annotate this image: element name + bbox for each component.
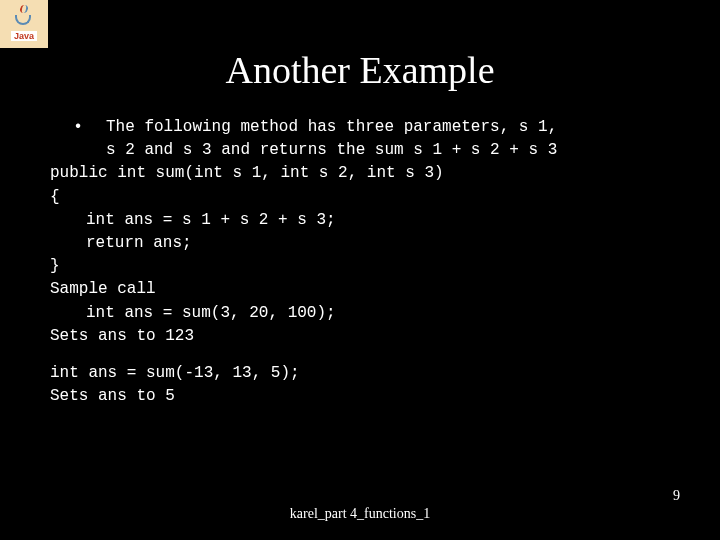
java-logo: Java: [0, 0, 48, 48]
code-body-1: int ans = s 1 + s 2 + s 3;: [50, 209, 670, 232]
java-logo-text: Java: [11, 31, 37, 41]
description-line-2: s 2 and s 3 and returns the sum s 1 + s …: [50, 139, 670, 162]
coffee-cup-icon: [13, 7, 35, 29]
description-line-1: • The following method has three paramet…: [50, 116, 670, 139]
footer-text: karel_part 4_functions_1: [0, 506, 720, 522]
sample-result: Sets ans to 123: [50, 325, 670, 348]
desc-text-1: The following method has three parameter…: [106, 116, 670, 139]
slide-content: • The following method has three paramet…: [0, 116, 720, 408]
code-signature: public int sum(int s 1, int s 2, int s 3…: [50, 162, 670, 185]
second-call-code: int ans = sum(-13, 13, 5);: [50, 362, 670, 385]
sample-call-label: Sample call: [50, 278, 670, 301]
page-number: 9: [673, 488, 680, 504]
bullet-icon: •: [50, 116, 106, 139]
code-close-brace: }: [50, 255, 670, 278]
slide-title: Another Example: [0, 48, 720, 92]
code-body-2: return ans;: [50, 232, 670, 255]
code-open-brace: {: [50, 186, 670, 209]
second-result: Sets ans to 5: [50, 385, 670, 408]
sample-call-code: int ans = sum(3, 20, 100);: [50, 302, 670, 325]
